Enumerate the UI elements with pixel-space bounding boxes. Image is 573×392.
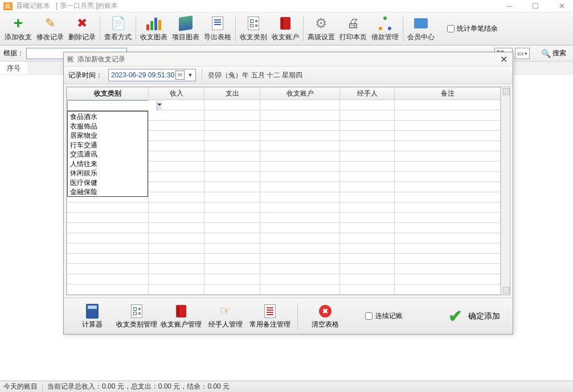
table-cell[interactable] [395,213,501,223]
table-cell[interactable] [67,254,149,264]
table-cell[interactable] [260,264,340,274]
dropdown-option[interactable]: 食品酒水 [68,112,148,121]
table-cell[interactable] [149,233,204,244]
table-cell[interactable] [204,141,260,151]
table-cell[interactable] [67,244,149,254]
table-cell[interactable] [149,284,204,295]
add-record-button[interactable]: + 添加收支 [2,14,34,44]
table-cell[interactable] [67,203,149,213]
grid-header[interactable]: 备注 [395,88,501,100]
table-cell[interactable] [340,244,395,254]
account-manager-button[interactable]: 收支账户管理 [161,300,202,332]
table-cell[interactable] [260,203,340,213]
grid-header[interactable]: 收入 [149,88,204,100]
table-cell[interactable] [340,213,395,223]
table-cell[interactable] [149,162,204,172]
table-cell[interactable] [204,172,260,182]
table-cell[interactable] [260,182,340,192]
table-cell[interactable] [204,203,260,213]
dropdown-option[interactable]: 休闲娱乐 [68,168,148,178]
table-cell[interactable] [340,110,395,121]
grid-header[interactable]: 支出 [204,88,260,100]
table-cell[interactable] [260,100,340,110]
table-cell[interactable] [395,151,501,162]
dropdown-option[interactable]: 行车交通 [68,140,148,150]
dropdown-option[interactable]: 居家物业 [68,130,148,140]
export-button[interactable]: 导出表格 [202,14,234,44]
table-cell[interactable] [395,100,501,110]
window-close-icon[interactable]: ✕ [554,2,570,10]
grid-header[interactable]: 经手人 [340,88,395,100]
table-cell[interactable] [204,264,260,274]
grid-scrollbar[interactable] [501,87,510,295]
table-cell[interactable] [260,172,340,182]
table-cell[interactable] [340,151,395,162]
table-cell[interactable] [340,100,395,110]
table-cell[interactable] [149,213,204,223]
table-cell[interactable] [204,151,260,162]
table-cell[interactable] [395,131,501,141]
note-manager-button[interactable]: 常用备注管理 [249,300,290,332]
table-cell[interactable] [149,223,204,233]
table-cell[interactable] [340,162,395,172]
table-cell[interactable] [204,274,260,284]
table-cell[interactable] [204,244,260,254]
table-cell[interactable] [395,274,501,284]
table-row[interactable] [67,264,501,274]
table-row[interactable] [67,213,501,223]
table-cell[interactable] [67,213,149,223]
table-cell[interactable] [204,182,260,192]
print-button[interactable]: 🖨 打印本页 [337,14,369,44]
table-cell[interactable] [260,284,340,295]
table-cell[interactable] [260,131,340,141]
table-cell[interactable] [395,192,501,203]
table-row[interactable] [67,233,501,244]
table-cell[interactable] [395,233,501,244]
table-cell[interactable] [340,192,395,203]
table-cell[interactable] [204,192,260,203]
table-cell[interactable] [149,141,204,151]
table-cell[interactable] [149,110,204,121]
search-button[interactable]: 🔍 搜索 [538,47,570,60]
handler-manager-button[interactable]: ☞ 经手人管理 [205,300,246,332]
stat-checkbox-input[interactable] [447,25,455,32]
view-mode-button[interactable]: 📄 查看方式 [102,14,134,44]
table-cell[interactable] [67,223,149,233]
table-cell[interactable] [204,121,260,131]
table-cell[interactable] [149,182,204,192]
table-cell[interactable] [340,223,395,233]
grid-header[interactable]: 收支类别 [67,88,149,100]
table-cell[interactable] [395,162,501,172]
continuous-checkbox-input[interactable] [365,312,373,320]
grid-header[interactable]: 收支账户 [260,88,340,100]
table-cell[interactable] [395,121,501,131]
table-cell[interactable] [204,100,260,110]
continuous-checkbox[interactable]: 连续记账 [365,311,403,321]
table-cell[interactable] [204,223,260,233]
table-cell[interactable] [149,244,204,254]
calculator-button[interactable]: 计算器 [72,300,113,332]
dropdown-option[interactable]: 交流通讯 [68,149,148,159]
window-minimize-icon[interactable]: ─ [501,2,517,10]
member-button[interactable]: 会员中心 [405,14,437,44]
table-cell[interactable] [340,141,395,151]
category-dropdown-list[interactable]: 食品酒水衣服饰品居家物业行车交通交流通讯人情往来休闲娱乐医疗保健金融保险 [67,111,148,197]
table-cell[interactable] [340,284,395,295]
table-row[interactable] [67,274,501,284]
table-cell[interactable] [149,254,204,264]
edit-record-button[interactable]: ✎ 修改记录 [34,14,66,44]
table-cell[interactable] [260,244,340,254]
table-cell[interactable] [149,151,204,162]
combobox-dropdown-button[interactable] [157,101,162,110]
table-cell[interactable] [260,162,340,172]
category-combobox[interactable] [67,100,148,111]
table-cell[interactable] [149,264,204,274]
table-cell[interactable] [149,131,204,141]
modal-close-button[interactable]: ✕ [498,54,509,65]
clear-table-button[interactable]: ✖ 清空表格 [305,300,346,332]
table-cell[interactable] [204,162,260,172]
view-combo[interactable]: ▭▾ [515,48,530,59]
table-cell[interactable] [204,110,260,121]
table-cell[interactable] [260,233,340,244]
table-cell[interactable] [395,264,501,274]
